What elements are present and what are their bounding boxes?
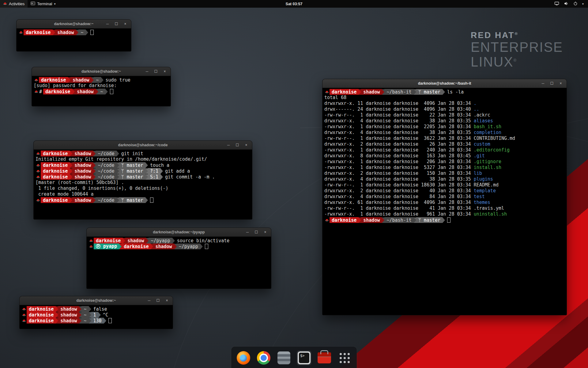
output-text: -rwxrwxr-x. 1 darknoise darknoise 240 Ja… bbox=[324, 147, 474, 153]
redhat-prompt-icon bbox=[36, 198, 41, 202]
maximize-button[interactable]: ☐ bbox=[114, 20, 119, 28]
output-text: . bbox=[474, 101, 477, 106]
terminal-prompt-line: darknoiseshadow~/codeᛘ master?:1git add … bbox=[36, 168, 250, 174]
close-button[interactable]: × bbox=[559, 79, 563, 88]
dock-firefox[interactable] bbox=[236, 351, 251, 365]
minimize-button[interactable]: ─ bbox=[145, 67, 149, 76]
close-button[interactable]: × bbox=[123, 20, 127, 28]
close-button[interactable]: × bbox=[244, 141, 248, 149]
dock-terminal[interactable]: $> bbox=[297, 351, 311, 365]
output-text: drwxrwxr-x. 4 darknoise darknoise 38 Jan… bbox=[324, 130, 474, 135]
powerline-separator-icon bbox=[105, 89, 108, 94]
terminal-window: darknoise@shadow:~/bash-it─☐×darknoisesh… bbox=[322, 79, 567, 315]
terminal-output-line: drwxrwxr-x. 4 darknoise darknoise 38 Jan… bbox=[324, 176, 565, 182]
dock-chrome[interactable] bbox=[256, 351, 271, 365]
redhat-prompt-icon bbox=[89, 245, 94, 248]
close-button[interactable]: × bbox=[263, 228, 267, 236]
prompt-segment-path: ~/code bbox=[96, 151, 116, 156]
terminal-output-line: -rwxrwxr-x. 1 darknoise darknoise 961 Ja… bbox=[324, 211, 565, 217]
minimize-button[interactable]: ─ bbox=[147, 296, 151, 305]
powerline-separator-icon bbox=[56, 306, 58, 312]
desktop: RED HAT® ENTERPRISE LINUX® darknoise@sha… bbox=[0, 0, 588, 368]
rhel-wallpaper-logo: RED HAT® ENTERPRISE LINUX® bbox=[471, 31, 563, 69]
terminal-window: darknoise@shadow:~/code─☐×darknoiseshado… bbox=[34, 141, 252, 219]
prompt-segment-user: darknoise bbox=[94, 238, 123, 243]
minimize-button[interactable]: ─ bbox=[541, 79, 545, 88]
powerline-separator-icon bbox=[68, 77, 70, 83]
command-text: touch a bbox=[148, 163, 169, 168]
output-text: bash_it.sh bbox=[474, 124, 501, 129]
redhat-prompt-icon bbox=[324, 218, 330, 222]
dock-toolbox[interactable] bbox=[317, 351, 332, 365]
maximize-button[interactable]: ☐ bbox=[550, 79, 554, 88]
prompt-segment-user: darknoise bbox=[27, 312, 56, 318]
terminal-body[interactable]: darknoiseshadow~/pyappsource bin/activat… bbox=[87, 237, 271, 289]
prompt-segment-host: shadow bbox=[72, 162, 93, 168]
window-controls: ─☐× bbox=[226, 141, 252, 149]
minimize-button[interactable]: ─ bbox=[105, 20, 110, 28]
window-titlebar[interactable]: darknoise@shadow:~/pyapp─☐× bbox=[87, 228, 271, 237]
window-titlebar[interactable]: darknoise@shadow:~/code─☐× bbox=[34, 141, 252, 150]
output-text: drwxrwxr-x. 61 darknoise darknoise 4096 … bbox=[324, 200, 474, 205]
minimize-button[interactable]: ─ bbox=[245, 228, 250, 236]
window-titlebar[interactable]: darknoise@shadow:~─☐× bbox=[20, 296, 173, 305]
system-tray[interactable]: ▾ bbox=[554, 0, 588, 8]
output-text: README.md bbox=[474, 182, 499, 188]
prompt-segment-status: 1 bbox=[91, 312, 98, 318]
prompt-segment-path: ~ bbox=[81, 312, 89, 318]
close-button[interactable]: × bbox=[165, 296, 169, 305]
clock[interactable]: Sat 03:57 bbox=[286, 2, 303, 6]
activities-button[interactable]: Activities bbox=[0, 0, 28, 8]
terminal-body[interactable]: darknoiseshadow~sudo true[sudo] password… bbox=[32, 76, 171, 106]
terminal-body[interactable]: darknoiseshadow~/codegit initInitialized… bbox=[34, 150, 252, 219]
dock-files[interactable] bbox=[277, 351, 291, 365]
powerline-separator-icon bbox=[359, 89, 361, 95]
powerline-separator-icon bbox=[72, 89, 75, 94]
prompt-segment-user: darknoise bbox=[41, 174, 70, 180]
maximize-button[interactable]: ☐ bbox=[156, 296, 160, 305]
powerline-separator-icon bbox=[145, 174, 148, 180]
terminal-body[interactable]: darknoiseshadow~falsedarknoiseshadow~1^C… bbox=[20, 305, 173, 329]
output-text: CONTRIBUTING.md bbox=[474, 136, 515, 141]
command-text: git commit -a -m . bbox=[163, 174, 215, 180]
dock-show-applications[interactable] bbox=[337, 351, 352, 365]
powerline-separator-icon bbox=[93, 163, 96, 168]
output-text: lib bbox=[474, 171, 482, 176]
output-text: .git bbox=[474, 153, 485, 159]
terminal-app-icon bbox=[31, 2, 35, 6]
terminal-body[interactable]: darknoiseshadow~ bbox=[17, 29, 131, 51]
logo-line-enterprise: ENTERPRISE bbox=[471, 40, 563, 55]
powerline-separator-icon bbox=[414, 89, 416, 95]
app-menu-button[interactable]: Terminal ▾ bbox=[28, 0, 58, 8]
window-titlebar[interactable]: darknoise@shadow:~/bash-it─☐× bbox=[322, 79, 567, 88]
output-text: -rw-rw-r--. 1 darknoise darknoise 41 Jan… bbox=[324, 205, 474, 211]
terminal-output-line: drwxrwxr-x. 4 darknoise darknoise 38 Jan… bbox=[324, 118, 565, 124]
terminal-output-line: drwxrwxr-x. 11 darknoise darknoise 4096 … bbox=[324, 101, 565, 106]
window-titlebar[interactable]: darknoise@shadow:~─☐× bbox=[32, 67, 171, 76]
powerline-separator-icon bbox=[172, 238, 175, 243]
maximize-button[interactable]: ☐ bbox=[254, 228, 258, 236]
prompt-segment-user: darknoise bbox=[41, 162, 70, 168]
prompt-segment-branch: ᛘ master bbox=[119, 197, 145, 203]
powerline-separator-icon bbox=[414, 217, 416, 223]
toolbox-icon bbox=[318, 352, 331, 363]
terminal-window: darknoise@shadow:~─☐×darknoiseshadow~sud… bbox=[32, 67, 171, 106]
minimize-button[interactable]: ─ bbox=[226, 141, 231, 149]
terminal-output-line: drwxrwxr-x. 2 darknoise darknoise 40 Jan… bbox=[324, 188, 565, 194]
prompt-segment-path: ~ bbox=[94, 77, 101, 83]
prompt-segment-host: shadow bbox=[361, 89, 382, 95]
powerline-separator-icon bbox=[56, 318, 58, 324]
powerline-separator-icon bbox=[382, 217, 384, 223]
maximize-button[interactable]: ☐ bbox=[235, 141, 239, 149]
maximize-button[interactable]: ☐ bbox=[154, 67, 158, 76]
prompt-segment-count: S:1 bbox=[148, 174, 160, 180]
close-button[interactable]: × bbox=[163, 67, 167, 76]
output-text: .ackrc bbox=[474, 112, 490, 118]
output-text: uninstall.sh bbox=[474, 211, 507, 217]
output-text: drwxrwxr-x. 11 darknoise darknoise 4096 … bbox=[324, 101, 474, 106]
redhat-prompt-icon bbox=[34, 90, 39, 93]
window-titlebar[interactable]: darknoise@shadow:~─☐× bbox=[17, 20, 131, 29]
show-applications-icon bbox=[340, 353, 350, 363]
terminal-body[interactable]: darknoiseshadow~/bash-itᛘ masterls -lato… bbox=[322, 88, 567, 315]
redhat-prompt-icon bbox=[21, 307, 27, 311]
